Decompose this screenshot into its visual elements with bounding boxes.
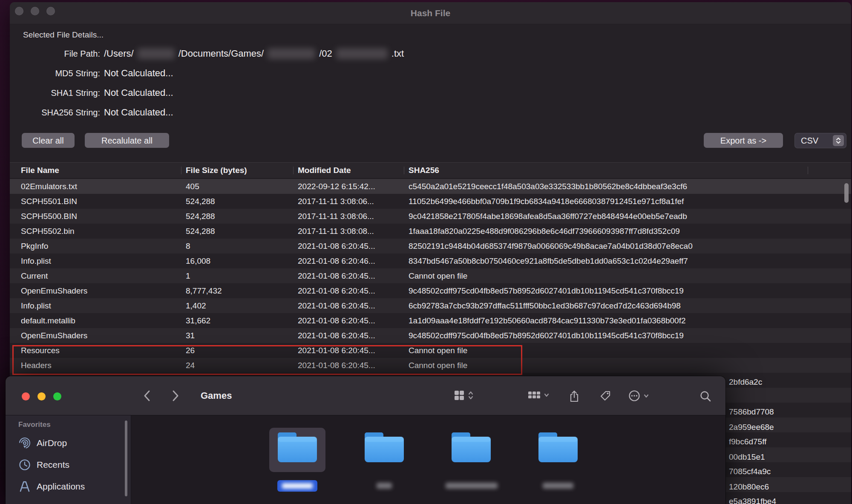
cell-file-size: 1,402: [181, 301, 294, 311]
redacted-path-segment: [268, 48, 315, 59]
cell-modified-date: 2017-11-11 3:08:06...: [294, 197, 404, 206]
hash-table-body: 02Emulators.txt4052022-09-12 6:15:42...c…: [10, 179, 851, 373]
sidebar-item-label: Recents: [37, 460, 69, 470]
close-button[interactable]: [22, 392, 30, 400]
file-path-row: File Path: /Users/ /Documents/Games/ /02…: [10, 44, 851, 63]
search-icon: [699, 390, 712, 403]
tag-icon: [599, 390, 611, 402]
sha256-label: SHA256 String:: [10, 108, 100, 118]
table-row[interactable]: PkgInfo82021-01-08 6:20:45...82502191c94…: [10, 239, 851, 253]
finder-content[interactable]: [132, 415, 725, 504]
cell-sha256: Cannot open file: [404, 271, 808, 281]
table-row[interactable]: 02Emulators.txt4052022-09-12 6:15:42...c…: [10, 179, 851, 194]
sidebar-item-label: Applications: [37, 481, 85, 492]
share-button[interactable]: [569, 390, 580, 403]
minimize-button[interactable]: [37, 392, 46, 400]
selected-folder-label: [277, 480, 317, 492]
search-button[interactable]: [699, 390, 712, 403]
sha1-label: SHA1 String:: [10, 88, 100, 98]
more-options-button[interactable]: [628, 390, 649, 402]
column-header-sha256[interactable]: SHA256: [404, 163, 808, 178]
folder-item-selected[interactable]: [269, 430, 325, 464]
folder-icon: [275, 430, 320, 464]
file-path-value: /Users/ /Documents/Games/ /02 .txt: [104, 48, 404, 59]
cell-file-name: SCPH5502.bin: [10, 227, 181, 236]
cell-sha256: c5450a2a01e5219ceecc1f48a503a03e332533bb…: [404, 182, 808, 191]
partial-hash-text: 7586bd7708: [729, 407, 774, 417]
folder-icon: [536, 430, 580, 464]
sidebar-item-applications[interactable]: Applications: [15, 478, 122, 495]
table-row[interactable]: OpenEmuShaders8,777,4322021-01-08 6:20:4…: [10, 283, 851, 298]
cell-file-name: default.metallib: [10, 316, 181, 325]
table-row[interactable]: Info.plist16,0082021-01-08 6:20:46...834…: [10, 253, 851, 268]
view-switcher-button[interactable]: [454, 390, 474, 401]
chevron-up-down-icon: [468, 390, 474, 400]
cell-file-size: 1: [181, 271, 294, 281]
cell-modified-date: 2021-01-08 6:20:45...: [294, 331, 404, 340]
sidebar-scrollbar[interactable]: [125, 420, 127, 496]
column-header-modified-date[interactable]: Modified Date: [294, 163, 404, 178]
path-part: /Users/: [104, 48, 134, 59]
cell-modified-date: 2021-01-08 6:20:45...: [294, 286, 404, 296]
cell-file-name: Info.plist: [10, 301, 181, 311]
column-header-file-size[interactable]: File Size (bytes): [181, 163, 294, 178]
cell-sha256: 8347bd5467a50b8cb0750460ce921a8fb5de5dbe…: [404, 256, 808, 266]
cell-file-size: 524,288: [181, 197, 294, 206]
cell-modified-date: 2017-11-11 3:08:06...: [294, 212, 404, 221]
cell-file-name: SCPH5501.BIN: [10, 197, 181, 206]
chevron-left-icon: [145, 391, 149, 400]
folder-item[interactable]: [356, 430, 412, 464]
table-row[interactable]: OpenEmuShaders312021-01-08 6:20:45...9c4…: [10, 328, 851, 343]
hash-titlebar[interactable]: Hash File: [10, 2, 851, 24]
tags-button[interactable]: [599, 390, 611, 402]
cell-sha256: 6cb92783a7cbc93b297dffac511fff50bbc1ed3b…: [404, 301, 808, 311]
table-row[interactable]: Info.plist1,4022021-01-08 6:20:45...6cb9…: [10, 298, 851, 313]
details-heading: Selected File Details...: [23, 30, 851, 40]
redacted-username: [138, 48, 175, 59]
back-button[interactable]: [143, 389, 152, 404]
redacted-folder-name: [282, 483, 313, 489]
group-items-button[interactable]: [528, 390, 550, 400]
table-row[interactable]: default.metallib31,6622021-01-08 6:20:45…: [10, 313, 851, 328]
partial-hash-text: f9bc6d75ff: [729, 437, 766, 447]
export-format-select[interactable]: CSV: [794, 133, 846, 148]
redacted-filename: [336, 48, 388, 59]
forward-button[interactable]: [170, 389, 180, 404]
cell-modified-date: 2022-09-12 6:15:42...: [294, 182, 404, 191]
export-format-value: CSV: [801, 136, 818, 146]
cell-sha256: 9c48502cdff975cd04fb8ed57b8952d6027401db…: [404, 286, 808, 296]
column-header-file-name[interactable]: File Name: [10, 163, 181, 178]
column-header-spacer: [808, 163, 851, 178]
cell-sha256: 1faaa18fa820a0225e488d9f086296b8e6c46df7…: [404, 227, 808, 236]
sidebar-item-airdrop[interactable]: AirDrop: [15, 434, 122, 452]
cell-file-name: Info.plist: [10, 256, 181, 266]
cell-file-size: 31: [181, 331, 294, 340]
clear-all-button[interactable]: Clear all: [22, 133, 75, 148]
recalculate-all-button[interactable]: Recalulate all: [85, 133, 169, 148]
airdrop-icon: [18, 437, 31, 449]
finder-window: Games: [6, 376, 725, 504]
cell-file-name: OpenEmuShaders: [10, 286, 181, 296]
finder-toolbar[interactable]: Games: [6, 376, 725, 415]
ellipsis-circle-icon: [628, 390, 640, 402]
table-scrollbar[interactable]: [844, 183, 849, 203]
partial-hash-text: e5a3891fbe4: [729, 496, 776, 504]
table-row[interactable]: Current12021-01-08 6:20:45...Cannot open…: [10, 268, 851, 283]
sha1-value: Not Calculated...: [104, 87, 173, 98]
window-title: Hash File: [10, 2, 851, 24]
cell-file-size: 8,777,432: [181, 286, 294, 296]
folder-item[interactable]: [530, 430, 586, 464]
export-as-button[interactable]: Export as ->: [704, 133, 783, 148]
folder-icon: [362, 430, 406, 464]
cell-file-name: Current: [10, 271, 181, 281]
cell-file-size: 31,662: [181, 316, 294, 325]
table-row[interactable]: SCPH5500.BIN524,2882017-11-11 3:08:06...…: [10, 209, 851, 224]
table-row[interactable]: SCPH5501.BIN524,2882017-11-11 3:08:06...…: [10, 194, 851, 209]
table-row[interactable]: SCPH5502.bin524,2882017-11-11 3:08:08...…: [10, 224, 851, 239]
sidebar-item-recents[interactable]: Recents: [15, 456, 122, 474]
cell-file-size: 524,288: [181, 212, 294, 221]
file-details-panel: Selected File Details... File Path: /Use…: [10, 24, 851, 122]
folder-item[interactable]: [443, 430, 499, 464]
zoom-button[interactable]: [53, 392, 61, 400]
chevron-down-icon: [643, 391, 649, 401]
